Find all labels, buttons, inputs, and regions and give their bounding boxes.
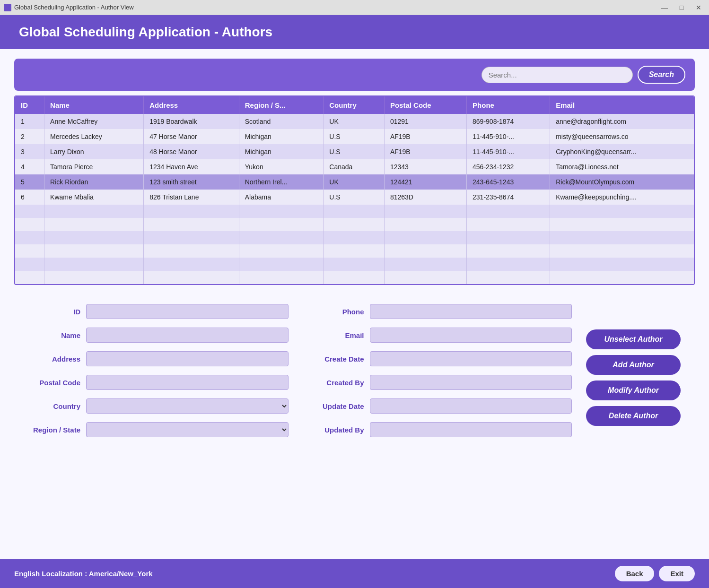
- country-select[interactable]: U.SUKCanadaOther: [86, 398, 289, 414]
- empty-row: [15, 258, 694, 271]
- form-col-middle: Phone Email Create Date Created By Updat…: [303, 304, 572, 437]
- cell-email: GryphonKing@queensarr...: [550, 144, 694, 159]
- empty-row: [15, 205, 694, 218]
- form-row-address: Address: [19, 351, 289, 366]
- cell-region: Michigan: [239, 129, 324, 144]
- status-buttons: Back Exit: [615, 566, 695, 581]
- cell-phone: 456-234-1232: [467, 159, 550, 174]
- unselect-author-button[interactable]: Unselect Author: [586, 329, 681, 349]
- cell-phone: 243-645-1243: [467, 174, 550, 190]
- cell-country: U.S: [324, 190, 385, 205]
- cell-country: U.S: [324, 129, 385, 144]
- cell-id: 1: [15, 114, 44, 129]
- email-input[interactable]: [370, 328, 572, 343]
- postal-label: Postal Code: [19, 379, 80, 387]
- form-row-phone: Phone: [303, 304, 572, 319]
- cell-email: Tamora@Lioness.net: [550, 159, 694, 174]
- titlebar: Global Scheduling Application - Author V…: [0, 0, 709, 15]
- cell-postal: AF19B: [384, 129, 466, 144]
- cell-email: anne@dragonflight.com: [550, 114, 694, 129]
- cell-id: 5: [15, 174, 44, 190]
- col-header-country: Country: [324, 96, 385, 114]
- cell-address: 48 Horse Manor: [144, 144, 239, 159]
- cell-id: 2: [15, 129, 44, 144]
- form-row-name: Name: [19, 328, 289, 343]
- form-row-email: Email: [303, 328, 572, 343]
- cell-address: 826 Tristan Lane: [144, 190, 239, 205]
- exit-button[interactable]: Exit: [659, 566, 695, 581]
- cell-id: 4: [15, 159, 44, 174]
- phone-input[interactable]: [370, 304, 572, 319]
- status-bar: English Localization : America/New_York …: [0, 559, 709, 588]
- cell-country: UK: [324, 114, 385, 129]
- address-input[interactable]: [86, 351, 289, 366]
- cell-country: UK: [324, 174, 385, 190]
- cell-email: Rick@MountOlympus.com: [550, 174, 694, 190]
- cell-region: Northern Irel...: [239, 174, 324, 190]
- delete-author-button[interactable]: Delete Author: [586, 406, 681, 426]
- cell-id: 6: [15, 190, 44, 205]
- table-row[interactable]: 2Mercedes Lackey47 Horse ManorMichiganU.…: [15, 129, 694, 144]
- cell-phone: 11-445-910-...: [467, 129, 550, 144]
- cell-postal: AF19B: [384, 144, 466, 159]
- update-date-input[interactable]: [370, 398, 572, 414]
- cell-region: Alabama: [239, 190, 324, 205]
- col-header-address: Address: [144, 96, 239, 114]
- create-date-label: Create Date: [303, 355, 364, 363]
- search-button[interactable]: Search: [638, 66, 685, 84]
- col-header-id: ID: [15, 96, 44, 114]
- create-date-input[interactable]: [370, 351, 572, 366]
- search-input[interactable]: [481, 67, 633, 83]
- form-row-created-by: Created By: [303, 375, 572, 390]
- phone-label: Phone: [303, 308, 364, 316]
- empty-row: [15, 244, 694, 258]
- table-body: 1Anne McCaffrey1919 BoardwalkScotlandUK0…: [15, 114, 694, 284]
- table-row[interactable]: 5Rick Riordan123 smith streetNorthern Ir…: [15, 174, 694, 190]
- cell-region: Yukon: [239, 159, 324, 174]
- cell-address: 1234 Haven Ave: [144, 159, 239, 174]
- postal-input[interactable]: [86, 375, 289, 390]
- back-button[interactable]: Back: [615, 566, 655, 581]
- app-icon: [4, 4, 11, 11]
- table-row[interactable]: 6Kwame Mbalia826 Tristan LaneAlabamaU.S8…: [15, 190, 694, 205]
- region-label: Region / State: [19, 426, 80, 434]
- col-header-phone: Phone: [467, 96, 550, 114]
- name-label: Name: [19, 331, 80, 339]
- table-row[interactable]: 3Larry Dixon48 Horse ManorMichiganU.SAF1…: [15, 144, 694, 159]
- cell-phone: 231-235-8674: [467, 190, 550, 205]
- modify-author-button[interactable]: Modify Author: [586, 380, 681, 400]
- cell-region: Scotland: [239, 114, 324, 129]
- region-select[interactable]: MichiganScotlandNorthern IrelandYukonAla…: [86, 422, 289, 437]
- table-row[interactable]: 1Anne McCaffrey1919 BoardwalkScotlandUK0…: [15, 114, 694, 129]
- close-button[interactable]: ✕: [692, 2, 705, 13]
- form-row-updated-by: Updated By: [303, 422, 572, 437]
- titlebar-title: Global Scheduling Application - Author V…: [14, 4, 134, 11]
- add-author-button[interactable]: Add Author: [586, 355, 681, 375]
- main-content: Search ID Name Address Region / S... Cou…: [0, 49, 709, 559]
- cell-name: Larry Dixon: [44, 144, 144, 159]
- cell-name: Kwame Mbalia: [44, 190, 144, 205]
- cell-phone: 869-908-1874: [467, 114, 550, 129]
- email-label: Email: [303, 331, 364, 339]
- updated-by-input[interactable]: [370, 422, 572, 437]
- table-row[interactable]: 4Tamora Pierce1234 Haven AveYukonCanada1…: [15, 159, 694, 174]
- name-input[interactable]: [86, 328, 289, 343]
- created-by-label: Created By: [303, 379, 364, 387]
- titlebar-controls: — □ ✕: [658, 2, 705, 13]
- cell-postal: 81263D: [384, 190, 466, 205]
- cell-region: Michigan: [239, 144, 324, 159]
- app-header: Global Scheduling Application - Authors: [0, 15, 709, 49]
- localization-text: English Localization : America/New_York: [14, 570, 153, 578]
- form-row-create-date: Create Date: [303, 351, 572, 366]
- table-header-row: ID Name Address Region / S... Country Po…: [15, 96, 694, 114]
- minimize-button[interactable]: —: [658, 2, 671, 13]
- cell-email: Kwame@keepspunching....: [550, 190, 694, 205]
- col-header-postal: Postal Code: [384, 96, 466, 114]
- form-row-update-date: Update Date: [303, 398, 572, 414]
- cell-name: Anne McCaffrey: [44, 114, 144, 129]
- created-by-input[interactable]: [370, 375, 572, 390]
- empty-row: [15, 231, 694, 244]
- maximize-button[interactable]: □: [675, 2, 688, 13]
- form-row-country: Country U.SUKCanadaOther: [19, 398, 289, 414]
- id-input[interactable]: [86, 304, 289, 319]
